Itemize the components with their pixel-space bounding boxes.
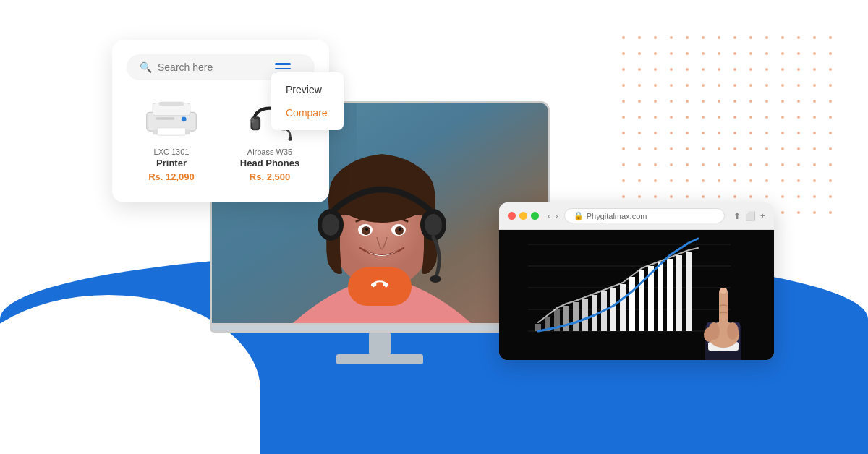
svg-point-25 xyxy=(365,228,368,231)
menu-item-preview[interactable]: Preview xyxy=(271,78,344,101)
menu-bar-2 xyxy=(275,68,291,70)
printer-image xyxy=(142,95,200,142)
browser-actions: ⬆ ⬜ + xyxy=(733,211,765,221)
product-price-printer: Rs. 12,090 xyxy=(129,171,213,182)
svg-rect-41 xyxy=(563,306,569,331)
svg-rect-42 xyxy=(573,302,579,331)
forward-arrow[interactable]: › xyxy=(555,210,558,221)
product-type-headphones: Head Phones xyxy=(228,158,312,168)
monitor-stand-base xyxy=(336,354,423,364)
browser-content xyxy=(499,230,774,360)
svg-rect-51 xyxy=(658,262,663,331)
svg-point-63 xyxy=(720,288,727,294)
svg-rect-43 xyxy=(582,299,588,331)
svg-rect-53 xyxy=(676,255,682,331)
monitor-stand-neck xyxy=(369,333,391,354)
lock-icon: 🔒 xyxy=(574,211,584,220)
svg-rect-48 xyxy=(629,277,635,331)
svg-point-24 xyxy=(395,226,404,235)
traffic-light-green[interactable] xyxy=(531,212,539,220)
svg-rect-13 xyxy=(251,118,254,123)
bookmark-icon[interactable]: ⬜ xyxy=(745,211,756,221)
product-name-printer: LXC 1301 xyxy=(129,147,213,156)
svg-rect-6 xyxy=(153,129,158,134)
traffic-light-red[interactable] xyxy=(508,212,516,220)
browser-toolbar: ‹ › 🔒 Phygitalmax.com ⬆ ⬜ + xyxy=(499,202,774,230)
svg-point-26 xyxy=(399,228,401,231)
end-call-button[interactable] xyxy=(348,267,412,306)
svg-rect-54 xyxy=(686,252,692,331)
svg-point-12 xyxy=(289,137,292,141)
traffic-lights xyxy=(508,212,539,220)
product-price-headphones: Rs. 2,500 xyxy=(228,171,312,182)
svg-rect-52 xyxy=(667,259,673,331)
svg-point-61 xyxy=(727,322,739,340)
menu-item-compare[interactable]: Compare xyxy=(271,101,344,124)
back-arrow[interactable]: ‹ xyxy=(548,210,550,221)
svg-rect-47 xyxy=(620,284,626,331)
svg-point-4 xyxy=(182,116,187,121)
svg-point-30 xyxy=(425,214,442,236)
svg-rect-7 xyxy=(185,129,190,134)
svg-rect-5 xyxy=(156,117,175,119)
svg-rect-46 xyxy=(610,288,616,331)
main-content: 🔍 xyxy=(0,0,868,454)
menu-bar-1 xyxy=(275,63,291,65)
svg-rect-2 xyxy=(159,101,184,105)
product-type-printer: Printer xyxy=(129,158,213,168)
product-card-printer: LXC 1301 Printer Rs. 12,090 xyxy=(127,89,216,188)
svg-rect-3 xyxy=(157,127,185,134)
svg-point-62 xyxy=(704,327,714,342)
svg-point-23 xyxy=(362,226,370,235)
url-text: Phygitalmax.com xyxy=(587,212,647,220)
browser-nav: ‹ › xyxy=(548,210,558,221)
share-icon[interactable]: ⬆ xyxy=(733,211,741,221)
browser-window: ‹ › 🔒 Phygitalmax.com ⬆ ⬜ + xyxy=(499,202,774,360)
address-bar[interactable]: 🔒 Phygitalmax.com xyxy=(564,208,725,223)
svg-point-28 xyxy=(322,214,339,236)
svg-point-31 xyxy=(430,275,441,283)
search-icon: 🔍 xyxy=(140,61,152,73)
add-tab-icon[interactable]: + xyxy=(760,211,765,221)
traffic-light-yellow[interactable] xyxy=(519,212,527,220)
dropdown-menu: Preview Compare xyxy=(271,72,344,130)
svg-rect-59 xyxy=(719,288,728,335)
phone-icon xyxy=(371,276,388,297)
product-name-headphones: Airbass W35 xyxy=(228,147,312,156)
